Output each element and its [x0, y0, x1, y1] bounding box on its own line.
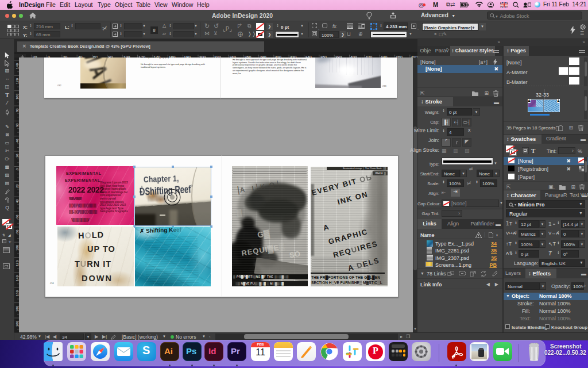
svg-text:20: 20 [16, 184, 19, 188]
svg-text:100: 100 [123, 55, 130, 58]
svg-text:400: 400 [350, 55, 357, 58]
svg-text:180: 180 [16, 305, 19, 312]
svg-text:200: 200 [16, 320, 19, 327]
svg-text:340: 340 [305, 55, 312, 58]
svg-text:60: 60 [93, 55, 98, 58]
svg-text:240: 240 [229, 55, 236, 58]
svg-text:120: 120 [16, 260, 19, 266]
svg-text:460: 460 [396, 55, 403, 58]
svg-text:180: 180 [184, 55, 191, 58]
svg-text:160: 160 [169, 55, 176, 58]
svg-text:100: 100 [16, 93, 19, 99]
svg-text:80: 80 [16, 108, 19, 112]
svg-text:220: 220 [214, 55, 221, 58]
svg-text:480: 480 [411, 55, 417, 58]
svg-text:20: 20 [33, 55, 37, 58]
svg-text:280: 280 [260, 55, 266, 58]
svg-text:440: 440 [381, 55, 388, 58]
svg-text:320: 320 [290, 55, 297, 58]
svg-text:60: 60 [16, 123, 19, 127]
svg-text:120: 120 [138, 55, 145, 58]
svg-text:360: 360 [320, 55, 327, 58]
svg-text:0: 0 [48, 55, 50, 58]
svg-text:420: 420 [365, 55, 372, 58]
svg-text:40: 40 [78, 55, 83, 58]
svg-text:140: 140 [16, 275, 19, 281]
svg-text:200: 200 [199, 55, 206, 58]
svg-text:160: 160 [16, 290, 19, 296]
svg-text:260: 260 [245, 55, 252, 58]
svg-text:120: 120 [16, 78, 19, 84]
svg-text:20: 20 [16, 154, 19, 158]
svg-text:80: 80 [108, 55, 113, 58]
svg-text:80: 80 [16, 229, 19, 233]
svg-text:60: 60 [16, 214, 19, 218]
svg-text:20: 20 [63, 55, 67, 58]
svg-text:40: 40 [16, 139, 19, 143]
svg-text:380: 380 [335, 55, 342, 58]
svg-text:40: 40 [16, 199, 19, 203]
svg-text:100: 100 [16, 244, 19, 251]
svg-text:300: 300 [274, 55, 281, 58]
svg-text:140: 140 [154, 55, 161, 58]
svg-text:140: 140 [16, 63, 19, 69]
